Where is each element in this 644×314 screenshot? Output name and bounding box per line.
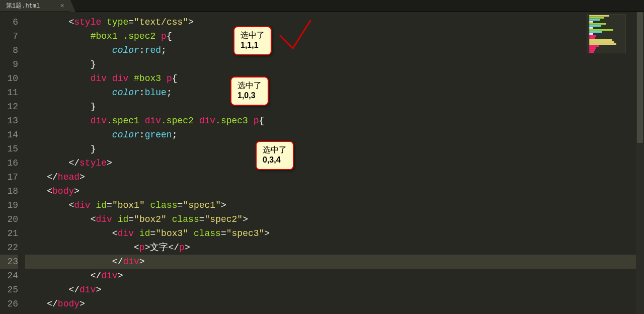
scrollbar-thumb[interactable] xyxy=(637,12,643,143)
line-number: 25 xyxy=(0,283,18,297)
close-icon[interactable]: × xyxy=(60,3,64,10)
minimap-line xyxy=(589,33,593,35)
line-number: 12 xyxy=(0,100,18,114)
minimap-line xyxy=(589,51,594,53)
code-line[interactable]: </head> xyxy=(25,170,636,184)
code-line[interactable]: #box1 .spec2 p{ xyxy=(25,29,636,43)
callout-value: 1,0,3 xyxy=(237,91,262,101)
checkmark-icon xyxy=(278,18,313,53)
line-number-gutter: 67891011121314151617181920212223242526 xyxy=(0,12,25,314)
code-line[interactable]: div.spec1 div.spec2 div.spec3 p{ xyxy=(25,114,636,128)
line-number: 6 xyxy=(0,15,18,29)
minimap-line xyxy=(589,15,609,17)
line-number: 22 xyxy=(0,241,18,255)
line-number: 9 xyxy=(0,57,18,71)
editor-main: 67891011121314151617181920212223242526 <… xyxy=(0,12,644,314)
line-number: 11 xyxy=(0,86,18,100)
code-line[interactable]: </div> xyxy=(25,283,636,297)
line-number: 23 xyxy=(0,255,18,269)
line-number: 15 xyxy=(0,142,18,156)
line-number: 10 xyxy=(0,71,18,86)
annotation-callout: 选中了1,1,1 xyxy=(233,26,272,55)
line-number: 8 xyxy=(0,43,18,57)
minimap-line xyxy=(589,31,602,33)
line-number: 18 xyxy=(0,184,18,198)
line-number: 24 xyxy=(0,269,18,283)
code-line[interactable]: <div id="box3" class="spec3"> xyxy=(25,226,636,241)
minimap-line xyxy=(589,17,604,19)
minimap-line xyxy=(589,37,595,39)
code-line[interactable]: div div #box3 p{ xyxy=(25,71,636,86)
line-number: 19 xyxy=(0,198,18,212)
minimap-line xyxy=(589,19,600,21)
code-line[interactable]: } xyxy=(25,57,636,71)
minimap-line xyxy=(589,35,596,37)
tab-bar: 第1题.html × xyxy=(0,0,644,12)
code-line[interactable]: } xyxy=(25,100,636,114)
code-line[interactable]: <div id="box2" class="spec2"> xyxy=(25,212,636,226)
line-number: 20 xyxy=(0,212,18,226)
line-number: 16 xyxy=(0,156,18,170)
minimap[interactable] xyxy=(587,14,626,53)
line-number: 7 xyxy=(0,29,18,43)
minimap-line xyxy=(589,47,596,49)
tab-title: 第1题.html xyxy=(6,2,40,10)
minimap-line xyxy=(589,39,612,41)
code-line[interactable]: <div id="box1" class="spec1"> xyxy=(25,198,636,212)
file-tab[interactable]: 第1题.html × xyxy=(0,0,70,12)
minimap-line xyxy=(589,41,614,43)
line-number: 14 xyxy=(0,128,18,142)
annotation-callout: 选中了0,3,4 xyxy=(256,141,294,170)
code-line[interactable]: </body> xyxy=(25,297,636,311)
minimap-line xyxy=(589,21,593,23)
code-line[interactable]: </div> xyxy=(25,255,636,269)
code-line[interactable]: <body> xyxy=(25,184,636,198)
code-line[interactable]: color:red; xyxy=(25,43,636,57)
minimap-line xyxy=(589,23,606,25)
editor-wrap: 67891011121314151617181920212223242526 <… xyxy=(0,12,636,314)
minimap-line xyxy=(589,43,616,45)
callout-label: 选中了 xyxy=(237,81,262,91)
minimap-line xyxy=(589,25,601,27)
code-area[interactable]: <style type="text/css"> #box1 .spec2 p{ … xyxy=(25,12,636,314)
callout-label: 选中了 xyxy=(263,145,287,155)
code-line[interactable]: </style> xyxy=(25,156,636,170)
code-line[interactable]: color:green; xyxy=(25,128,636,142)
callout-value: 1,1,1 xyxy=(240,40,265,50)
callout-value: 0,3,4 xyxy=(263,155,287,165)
line-number: 13 xyxy=(0,114,18,128)
minimap-line xyxy=(589,49,595,51)
vertical-scrollbar[interactable] xyxy=(636,12,644,314)
code-line[interactable]: <style type="text/css"> xyxy=(25,15,636,29)
minimap-line xyxy=(589,27,593,29)
annotation-callout: 选中了1,0,3 xyxy=(230,76,269,106)
code-line[interactable]: color:blue; xyxy=(25,86,636,100)
line-number: 21 xyxy=(0,226,18,241)
minimap-line xyxy=(589,45,599,47)
code-line[interactable]: } xyxy=(25,142,636,156)
callout-label: 选中了 xyxy=(240,30,265,40)
line-number: 17 xyxy=(0,170,18,184)
code-line[interactable]: <p>文字</p> xyxy=(25,241,636,255)
code-line[interactable]: </div> xyxy=(25,269,636,283)
line-number: 26 xyxy=(0,297,18,311)
minimap-line xyxy=(589,29,613,31)
